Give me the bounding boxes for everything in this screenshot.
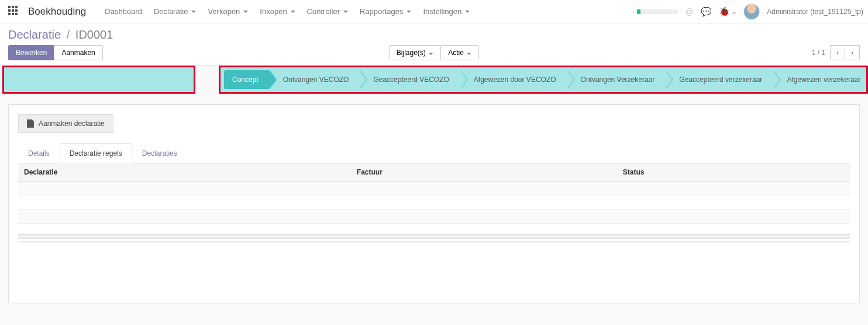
caret-icon: [243, 11, 248, 13]
breadcrumb-current: ID0001: [75, 28, 113, 41]
form-sheet: Aanmaken declaratie Details Declaratie r…: [8, 104, 860, 303]
breadcrumb: Declaratie / ID0001: [8, 28, 113, 42]
status-step-label: Afgewezen verzekeraar: [787, 76, 860, 84]
pager-prev-button[interactable]: ‹: [830, 45, 845, 60]
app-name: Boekhouding: [28, 6, 86, 18]
center-actions: Bijlage(s) Actie: [389, 45, 479, 60]
status-step-concept[interactable]: Concept: [224, 70, 269, 89]
attachments-label: Bijlage(s): [397, 49, 426, 57]
tab-details[interactable]: Details: [18, 143, 60, 163]
caret-icon: [343, 11, 348, 13]
bug-icon[interactable]: 🐞: [719, 6, 736, 17]
attachments-button[interactable]: Bijlage(s): [389, 45, 441, 60]
footer-stripe: [18, 234, 850, 239]
status-chevrons: Concept Ontvangen VECOZO Geaccepteerd VE…: [224, 70, 868, 89]
action-button[interactable]: Actie: [440, 45, 479, 60]
pager: 1 / 1 ‹ ›: [812, 45, 860, 60]
nav-item-label: Rapportages: [360, 7, 403, 16]
col-factuur[interactable]: Factuur: [351, 163, 617, 182]
user-label[interactable]: Administrator (test_191125_tp): [767, 8, 863, 16]
caret-icon: [191, 11, 196, 13]
nav-menu: Dashboard Declaratie Verkopen Inkopen Co…: [99, 7, 476, 16]
action-label: Actie: [448, 49, 464, 57]
nav-item-verkopen[interactable]: Verkopen: [202, 7, 254, 16]
nav-item-declaratie[interactable]: Declaratie: [148, 7, 202, 16]
tab-declaraties[interactable]: Declaraties: [132, 143, 187, 163]
caret-icon: [732, 12, 736, 15]
status-step-afgewezen-vecozo[interactable]: Afgewezen door VECOZO: [460, 70, 567, 89]
pager-text: 1 / 1: [812, 49, 825, 57]
caret-icon: [291, 11, 295, 13]
nav-item-label: Instellingen: [423, 7, 461, 16]
caret-icon: [465, 11, 470, 13]
status-step-label: Geaccepteerd VECOZO: [373, 76, 449, 84]
status-step-ontvangen-verzekeraar[interactable]: Ontvangen Verzekeraar: [567, 70, 666, 89]
nav-item-label: Declaratie: [154, 7, 188, 16]
tab-declaratie-regels[interactable]: Declaratie regels: [60, 143, 132, 163]
table-header-row: Declaratie Factuur Status: [18, 163, 850, 182]
breadcrumb-separator: /: [67, 28, 70, 41]
nav-item-rapportages[interactable]: Rapportages: [354, 7, 417, 16]
status-step-label: Ontvangen VECOZO: [283, 76, 349, 84]
caret-icon: [467, 53, 471, 55]
document-icon: [27, 119, 34, 128]
status-step-label: Geaccepteerd verzekeraar: [679, 76, 762, 84]
caret-icon: [429, 53, 433, 55]
avatar[interactable]: [743, 4, 760, 20]
table-row: [18, 182, 850, 196]
nav-item-instellingen[interactable]: Instellingen: [417, 7, 476, 16]
nav-item-label: Inkopen: [260, 7, 287, 16]
edit-button[interactable]: Bewerken: [8, 45, 54, 60]
nav-item-label: Verkopen: [208, 7, 240, 16]
status-step-label: Afgewezen door VECOZO: [474, 76, 556, 84]
status-step-geaccepteerd-verzekeraar[interactable]: Geaccepteerd verzekeraar: [665, 70, 773, 89]
nav-item-dashboard[interactable]: Dashboard: [99, 7, 148, 16]
table-row: [18, 196, 850, 210]
navbar-right: @ 💬 🐞 Administrator (test_191125_tp): [637, 4, 863, 20]
nav-item-controller[interactable]: Controller: [301, 7, 354, 16]
highlight-statusbar-box: Concept Ontvangen VECOZO Geaccepteerd VE…: [219, 66, 868, 94]
nav-item-label: Controller: [307, 7, 340, 16]
empty-row: [18, 182, 850, 196]
tab-label: Details: [28, 149, 50, 158]
top-navbar: Boekhouding Dashboard Declaratie Verkope…: [0, 0, 868, 23]
table-row: [18, 210, 850, 224]
control-panel: Declaratie / ID0001 Bewerken Aanmaken Bi…: [0, 23, 868, 66]
status-step-ontvangen-vecozo[interactable]: Ontvangen VECOZO: [269, 70, 360, 89]
create-declaration-label: Aanmaken declaratie: [39, 119, 105, 128]
chat-icon[interactable]: 💬: [701, 6, 712, 17]
at-icon[interactable]: @: [685, 6, 694, 16]
col-declaratie[interactable]: Declaratie: [18, 163, 351, 182]
progress-indicator[interactable]: [637, 9, 678, 14]
breadcrumb-parent[interactable]: Declaratie: [8, 28, 61, 41]
status-step-afgewezen-verzekeraar[interactable]: Afgewezen verzekeraar: [773, 70, 868, 89]
status-step-label: Concept: [232, 76, 259, 84]
apps-icon[interactable]: [8, 6, 20, 18]
sheet-wrap: Aanmaken declaratie Details Declaratie r…: [0, 94, 868, 314]
tab-label: Declaraties: [142, 149, 177, 158]
pager-next-button[interactable]: ›: [845, 45, 860, 60]
create-button[interactable]: Aanmaken: [54, 45, 102, 60]
status-step-geaccepteerd-vecozo[interactable]: Geaccepteerd VECOZO: [359, 70, 459, 89]
highlight-left-box: [2, 66, 195, 94]
caret-icon: [407, 11, 411, 13]
status-step-label: Ontvangen Verzekeraar: [581, 76, 655, 84]
footer-line: [18, 241, 850, 242]
tabs: Details Declaratie regels Declaraties: [18, 143, 850, 163]
create-declaration-button[interactable]: Aanmaken declaratie: [18, 114, 113, 133]
nav-item-label: Dashboard: [105, 7, 142, 16]
statusbar-wrap: Concept Ontvangen VECOZO Geaccepteerd VE…: [0, 66, 868, 94]
declaration-lines-table: Declaratie Factuur Status: [18, 163, 850, 224]
empty-row: [18, 210, 850, 224]
col-status[interactable]: Status: [617, 163, 850, 182]
nav-item-inkopen[interactable]: Inkopen: [254, 7, 301, 16]
tab-label: Declaratie regels: [70, 149, 122, 158]
gap-row: [18, 196, 850, 210]
